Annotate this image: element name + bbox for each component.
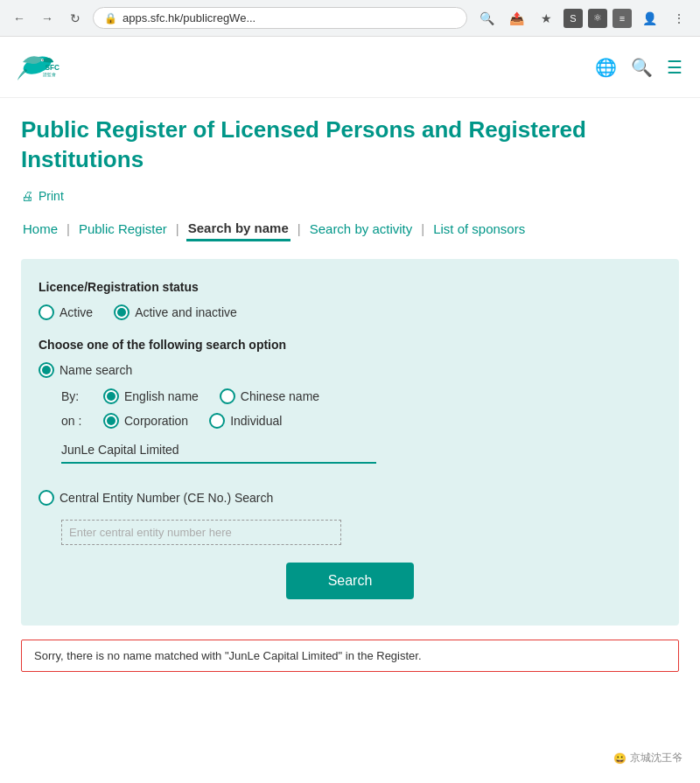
name-search-option[interactable]: Name search: [38, 362, 662, 378]
name-search-label: Name search: [60, 363, 132, 377]
page-title: Public Register of Licensed Persons and …: [21, 115, 679, 175]
chinese-name-radio[interactable]: [220, 388, 235, 404]
on-label: on :: [61, 414, 96, 428]
browser-menu-icon[interactable]: ⋮: [667, 6, 691, 31]
browser-chrome: ← → ↻ 🔒 apps.sfc.hk/publicregWe... 🔍 📤 ★…: [0, 0, 700, 37]
nav-sep-1: |: [66, 221, 70, 236]
search-button[interactable]: 🔍: [631, 57, 653, 78]
status-active-inactive-option[interactable]: Active and inactive: [114, 304, 237, 320]
forward-button[interactable]: →: [37, 8, 58, 29]
browser-extension-icons: 🔍 📤 ★ S ⚛ ≡ 👤 ⋮: [474, 6, 691, 31]
nav-search-by-name[interactable]: Search by name: [186, 217, 290, 241]
ext-scribd-icon[interactable]: S: [564, 9, 583, 28]
back-button[interactable]: ←: [9, 8, 30, 29]
print-icon: 🖨: [21, 189, 33, 203]
nav-bar: Home | Public Register | Search by name …: [21, 217, 679, 241]
ce-search-section: Central Entity Number (CE No.) Search: [38, 490, 662, 545]
nav-search-by-activity[interactable]: Search by activity: [308, 218, 415, 240]
by-row: By: English name Chinese name: [61, 388, 662, 404]
main-content: Public Register of Licensed Persons and …: [0, 98, 700, 689]
nav-sep-4: |: [421, 221, 424, 236]
by-label: By:: [61, 389, 96, 403]
corporation-option[interactable]: Corporation: [103, 413, 188, 429]
ce-number-input[interactable]: [61, 520, 341, 545]
english-name-option[interactable]: English name: [103, 388, 199, 404]
chinese-name-option[interactable]: Chinese name: [220, 388, 319, 404]
ext-other-icon[interactable]: ≡: [612, 9, 632, 28]
svg-point-2: [42, 59, 44, 61]
status-active-radio[interactable]: [38, 304, 54, 320]
ce-input-wrapper: [61, 513, 662, 545]
corporation-label: Corporation: [124, 414, 188, 428]
corporation-radio[interactable]: [103, 413, 119, 429]
status-radio-group: Active Active and inactive: [38, 304, 662, 320]
status-active-label: Active: [60, 305, 93, 319]
reload-button[interactable]: ↻: [65, 8, 86, 29]
url-text: apps.sfc.hk/publicregWe...: [122, 11, 456, 24]
browser-profile-icon[interactable]: 👤: [637, 6, 662, 31]
search-form-area: Licence/Registration status Active Activ…: [21, 259, 679, 626]
status-active-option[interactable]: Active: [38, 304, 93, 320]
nav-public-register[interactable]: Public Register: [77, 218, 169, 240]
ce-search-label: Central Entity Number (CE No.) Search: [60, 491, 273, 505]
error-message: Sorry, there is no name matched with "Ju…: [21, 640, 679, 672]
menu-button[interactable]: ☰: [667, 57, 682, 78]
licence-section-label: Licence/Registration status: [38, 280, 662, 294]
print-label: Print: [38, 189, 64, 203]
ext-puzzle-icon[interactable]: ⚛: [588, 9, 607, 28]
header-icons: 🌐 🔍 ☰: [595, 57, 682, 78]
english-name-radio[interactable]: [103, 388, 119, 404]
search-section-label: Choose one of the following search optio…: [38, 338, 662, 352]
svg-text:證監會: 證監會: [43, 72, 56, 77]
globe-button[interactable]: 🌐: [595, 57, 617, 78]
logo-area: SFC 證監會: [18, 47, 70, 87]
individual-option[interactable]: Individual: [209, 413, 282, 429]
name-search-radio[interactable]: [38, 362, 54, 378]
nav-home[interactable]: Home: [21, 218, 60, 240]
status-active-inactive-radio[interactable]: [114, 304, 130, 320]
search-button[interactable]: Search: [286, 563, 415, 599]
ce-search-radio[interactable]: [38, 490, 54, 506]
entity-type-options: Corporation Individual: [103, 413, 282, 429]
svg-text:SFC: SFC: [46, 64, 60, 72]
chinese-name-label: Chinese name: [241, 389, 319, 403]
on-row: on : Corporation Individual: [61, 413, 662, 429]
name-type-options: English name Chinese name: [103, 388, 319, 404]
name-search-input[interactable]: [61, 437, 376, 464]
sfc-logo: SFC 證監會: [18, 47, 70, 87]
browser-share-icon[interactable]: 📤: [504, 6, 528, 31]
site-header: SFC 證監會 🌐 🔍 ☰: [0, 37, 700, 98]
english-name-label: English name: [124, 389, 199, 403]
name-search-section: Name search By: English name Chinese nam…: [38, 362, 662, 476]
url-bar[interactable]: 🔒 apps.sfc.hk/publicregWe...: [93, 7, 467, 29]
nav-sep-3: |: [298, 221, 301, 236]
nav-sep-2: |: [176, 221, 179, 236]
browser-search-icon[interactable]: 🔍: [474, 6, 499, 31]
ce-search-option[interactable]: Central Entity Number (CE No.) Search: [38, 490, 662, 506]
browser-star-icon[interactable]: ★: [534, 6, 558, 31]
status-active-inactive-label: Active and inactive: [135, 305, 237, 319]
lock-icon: 🔒: [104, 12, 117, 24]
print-link[interactable]: 🖨 Print: [21, 189, 679, 203]
nav-list-of-sponsors[interactable]: List of sponsors: [431, 218, 527, 240]
individual-label: Individual: [230, 414, 282, 428]
individual-radio[interactable]: [209, 413, 225, 429]
